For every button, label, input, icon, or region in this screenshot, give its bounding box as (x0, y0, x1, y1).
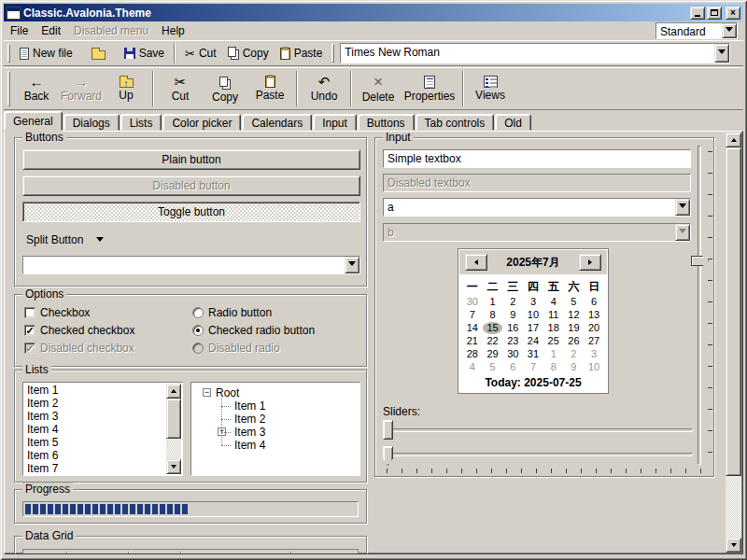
chevron-down-icon[interactable] (96, 237, 104, 245)
calendar-day[interactable]: 30 (502, 348, 523, 360)
menu-edit[interactable]: Edit (35, 22, 67, 39)
plain-button[interactable]: Plain button (22, 149, 360, 170)
calendar-day[interactable]: 20 (584, 322, 604, 334)
checkbox-checked[interactable]: ✓ Checked checkbox (24, 324, 134, 337)
open-button[interactable] (86, 42, 111, 64)
list-item[interactable]: Item 6 (24, 449, 165, 462)
combobox-a-value[interactable]: a (383, 198, 691, 217)
calendar-day[interactable]: 16 (502, 322, 523, 334)
calendar-day[interactable]: 29 (483, 348, 503, 360)
toolbar-gripper[interactable] (7, 44, 10, 63)
tab-color-picker[interactable]: Color picker (162, 114, 241, 131)
tab-general[interactable]: General (4, 111, 63, 131)
calendar-day[interactable]: 14 (462, 322, 483, 334)
combobox-a-dropdown-button[interactable] (675, 199, 690, 216)
toolbar-gripper[interactable] (7, 71, 10, 106)
scrollbar-thumb[interactable] (166, 399, 181, 439)
calendar-day[interactable]: 13 (584, 309, 604, 321)
empty-combobox[interactable] (22, 256, 360, 274)
list-item[interactable]: Item 3 (24, 410, 165, 423)
paste-button-large[interactable]: Paste (247, 69, 292, 108)
calendar-day[interactable]: 23 (502, 335, 523, 347)
calendar-day[interactable]: 1 (483, 296, 503, 308)
calendar-day[interactable]: 2 (502, 296, 523, 308)
vertical-slider[interactable] (689, 144, 713, 472)
list-item[interactable]: Item 1 (24, 384, 165, 397)
list-item[interactable]: Item 7 (24, 462, 165, 474)
calendar-day[interactable]: 3 (584, 348, 604, 360)
data-grid[interactable] (22, 549, 359, 554)
calendar-day[interactable]: 17 (523, 322, 543, 334)
copy-button[interactable]: Copy (222, 42, 275, 64)
calendar-day[interactable]: 28 (462, 348, 483, 360)
slider-track[interactable] (383, 453, 693, 456)
theme-selector-dropdown-button[interactable] (722, 23, 737, 38)
toolbar-gripper[interactable] (331, 44, 334, 63)
calendar-day[interactable]: 8 (543, 361, 564, 373)
checkbox-checked-icon[interactable]: ✓ (24, 325, 35, 336)
calendar-day[interactable]: 7 (523, 361, 543, 373)
font-combobox-value[interactable]: Times New Roman (340, 43, 730, 63)
listbox-scrollbar[interactable] (166, 384, 181, 474)
font-combobox-dropdown-button[interactable] (714, 44, 729, 63)
tree-item[interactable]: Item 1 (193, 399, 358, 413)
tab-lists[interactable]: Lists (120, 114, 162, 131)
calendar-day[interactable]: 26 (564, 335, 585, 347)
menu-help[interactable]: Help (155, 22, 191, 39)
calendar-day[interactable]: 9 (502, 309, 523, 321)
checkbox-icon[interactable] (24, 307, 35, 318)
list-item[interactable]: Item 5 (24, 436, 165, 449)
empty-combobox-dropdown-button[interactable] (345, 257, 359, 273)
cut-button[interactable]: ✂ Cut (179, 42, 222, 64)
calendar-day[interactable]: 6 (584, 296, 604, 308)
scroll-up-button[interactable] (166, 384, 181, 399)
calendar-day[interactable]: 18 (543, 322, 564, 334)
calendar-day[interactable]: 1 (543, 348, 564, 360)
save-button[interactable]: Save (119, 42, 170, 64)
back-button[interactable]: ← Back (14, 69, 59, 108)
radio-icon[interactable] (192, 307, 204, 318)
radio-checked-icon[interactable] (192, 325, 204, 336)
calendar-today-label[interactable]: Today: 2025-07-25 (458, 376, 608, 389)
calendar-day[interactable]: 30 (462, 296, 483, 308)
theme-selector[interactable]: Standard (655, 22, 738, 39)
calendar-day[interactable]: 8 (483, 309, 503, 321)
empty-combobox-value[interactable] (22, 256, 360, 274)
list-item[interactable]: Item 4 (24, 423, 165, 436)
horizontal-slider-2[interactable] (383, 446, 693, 467)
radio-checked[interactable]: Checked radio button (192, 324, 315, 337)
tab-dialogs[interactable]: Dialogs (63, 114, 120, 131)
font-combobox[interactable]: Times New Roman (340, 43, 730, 63)
cut-button-large[interactable]: ✂ Cut (158, 69, 203, 108)
calendar-prev-button[interactable] (465, 254, 487, 271)
properties-button[interactable]: Properties (401, 69, 458, 108)
title-bar[interactable]: Classic.Avalonia.Theme × (4, 4, 743, 21)
simple-textbox[interactable]: Simple textbox (383, 149, 691, 168)
calendar-day[interactable]: 21 (462, 335, 483, 347)
tab-buttons[interactable]: Buttons (358, 114, 415, 131)
copy-button-large[interactable]: Copy (203, 69, 247, 108)
calendar-day[interactable]: 10 (584, 361, 604, 373)
calendar-day-selected[interactable]: 15 (483, 322, 503, 334)
combobox-a[interactable]: a (383, 198, 691, 217)
slider-thumb[interactable] (383, 446, 393, 466)
calendar-day[interactable]: 4 (543, 296, 564, 308)
toggle-button[interactable]: Toggle button (22, 202, 360, 222)
slider-track[interactable] (698, 146, 701, 465)
scroll-down-button[interactable] (726, 538, 741, 553)
up-button[interactable]: ↑ Up (104, 69, 148, 108)
scrollbar-thumb[interactable] (726, 147, 741, 476)
tab-tab-controls[interactable]: Tab controls (416, 114, 495, 131)
calendar-day[interactable]: 24 (523, 335, 543, 347)
calendar-day[interactable]: 25 (543, 335, 564, 347)
slider-track[interactable] (383, 428, 693, 432)
tree-root-label[interactable]: Root (216, 386, 239, 399)
checkbox-unchecked[interactable]: Checkbox (24, 306, 90, 319)
tab-input[interactable]: Input (313, 114, 357, 131)
calendar-day[interactable]: 10 (523, 309, 543, 321)
menu-file[interactable]: File (4, 22, 35, 39)
tree-item[interactable]: Item 4 (193, 439, 358, 452)
calendar-day[interactable]: 12 (564, 309, 585, 321)
calendar-day[interactable]: 9 (564, 361, 585, 373)
scroll-down-button[interactable] (166, 459, 181, 474)
